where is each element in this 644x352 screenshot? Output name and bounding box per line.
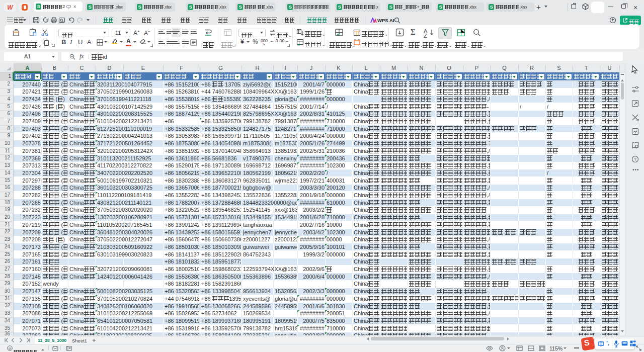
- svg-text:@: @: [9, 347, 12, 350]
- svg-text:?: ?: [634, 157, 636, 162]
